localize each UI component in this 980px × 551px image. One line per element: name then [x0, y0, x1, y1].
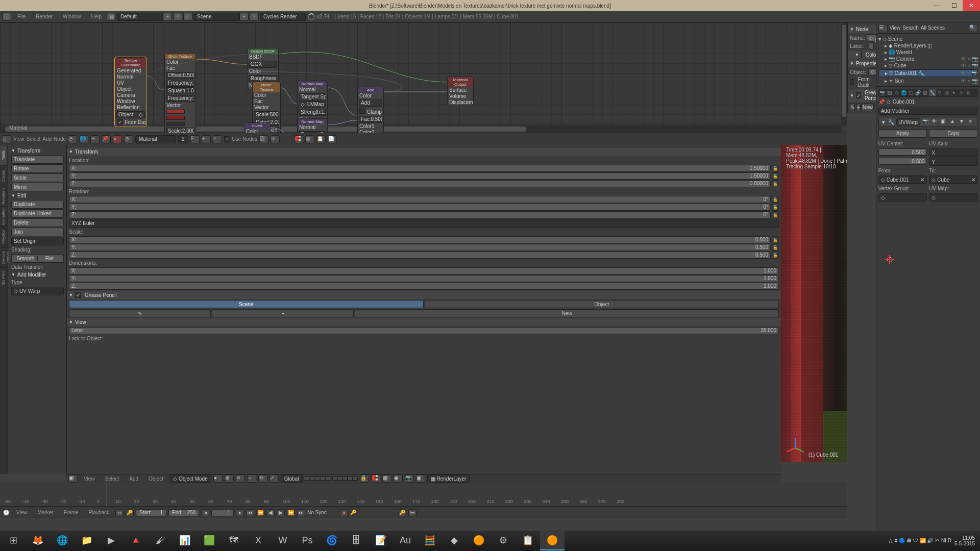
- menu-render[interactable]: Render: [31, 13, 58, 20]
- outliner-item[interactable]: ▸▽Cube👁 ▿ 📷: [878, 62, 978, 69]
- taskbar-app[interactable]: 🌀: [320, 531, 344, 550]
- start-frame[interactable]: Start:1: [136, 509, 166, 516]
- close-button[interactable]: ✕: [963, 0, 980, 11]
- nh-mat-icon[interactable]: ◔: [124, 135, 133, 143]
- from-dupli-chk[interactable]: [850, 79, 854, 85]
- snap-toggle[interactable]: 🧲: [371, 474, 380, 483]
- nh-view[interactable]: View: [13, 136, 24, 142]
- manip-t[interactable]: ↔: [247, 474, 256, 483]
- mod-remove[interactable]: ✕: [968, 118, 975, 126]
- manipulator[interactable]: ⤧: [236, 474, 245, 483]
- taskbar-app[interactable]: 📁: [75, 531, 99, 550]
- properties-tabs[interactable]: 📷🖼◇🌐▢🔗⛓🔧▽◔✦⚛⧉: [878, 89, 978, 97]
- taskbar-app[interactable]: 📋: [516, 531, 540, 550]
- uvaxis-x[interactable]: X: [929, 148, 978, 157]
- out-search[interactable]: Search: [902, 25, 919, 31]
- pivot[interactable]: ⊕: [225, 474, 234, 483]
- node-texture-coordinate[interactable]: Texture Coordinate Generated Normal UV O…: [115, 57, 146, 127]
- nh-tree-2[interactable]: 🌐: [79, 135, 88, 143]
- tl-range[interactable]: ⇔: [115, 509, 124, 516]
- nh-users[interactable]: 2: [178, 135, 188, 143]
- gp-panel-header[interactable]: ✓Grease Pencil: [848, 89, 876, 102]
- 3d-viewport[interactable]: Time:00:08.74 | Mem:48.82M, Peak:48.82M …: [781, 145, 847, 462]
- layout-icon[interactable]: ▦: [107, 13, 116, 21]
- np-view[interactable]: View: [67, 318, 781, 326]
- taskbar-app[interactable]: 🦊: [26, 531, 50, 550]
- dim-x[interactable]: X:1.000: [69, 267, 779, 274]
- manip-r[interactable]: ⟲: [258, 474, 267, 483]
- vgroup-field[interactable]: ◇: [878, 193, 927, 202]
- manip-s[interactable]: ⤢: [270, 474, 279, 483]
- system-tray[interactable]: △ ⧗ 🔵 🖶 🛡 📶 🔊 🏳 NLD 11:055-5-2015: [885, 535, 979, 546]
- play-fwd[interactable]: ▶: [277, 509, 285, 516]
- out-filter[interactable]: All Scenes: [921, 25, 967, 31]
- end-frame[interactable]: End:250: [168, 509, 199, 516]
- clock[interactable]: 11:055-5-2015: [954, 535, 975, 546]
- gp2-add[interactable]: +: [856, 103, 861, 111]
- taskbar-app[interactable]: 🌐: [50, 531, 75, 550]
- menu-file[interactable]: File: [12, 13, 31, 20]
- editor-type-icon[interactable]: ⓘ: [2, 13, 11, 21]
- layout-del[interactable]: ×: [173, 13, 182, 21]
- taskbar-app[interactable]: 🟠: [467, 531, 491, 550]
- rec-btn[interactable]: ●: [340, 509, 348, 516]
- tl-view[interactable]: View: [12, 509, 32, 516]
- add-modifier-header[interactable]: Add Modifier: [11, 271, 64, 279]
- vh-add[interactable]: Add: [125, 475, 142, 483]
- gp2-new[interactable]: New: [862, 103, 874, 111]
- join-button[interactable]: Join: [11, 228, 64, 236]
- mod-edit-toggle[interactable]: ▣: [941, 118, 948, 126]
- outliner-item[interactable]: ▸☀Sun👁 ▿ 📷: [878, 78, 978, 84]
- transform-header[interactable]: Transform: [11, 147, 64, 155]
- taskbar-app[interactable]: 🟠: [540, 531, 565, 550]
- keying-set[interactable]: 🔑: [350, 510, 396, 515]
- tab-anim[interactable]: Animation: [0, 206, 7, 227]
- duplicate-linked-button[interactable]: Duplicate Linked: [11, 209, 64, 218]
- taskbar-app[interactable]: Au: [393, 531, 418, 550]
- layers[interactable]: [305, 477, 358, 481]
- search-icon[interactable]: 🔍: [969, 24, 978, 32]
- taskbar-app[interactable]: 🗄: [344, 531, 369, 550]
- duplicate-button[interactable]: Duplicate: [11, 200, 64, 209]
- nh-pin[interactable]: 📌: [102, 135, 111, 143]
- gp-scene-btn[interactable]: Scene: [69, 300, 424, 308]
- outliner-tree[interactable]: ▾◇Scene▸◆RenderLayers ◫▸🌐Wereld▸📷Camera👁…: [876, 34, 980, 86]
- gp-object-btn[interactable]: Object: [425, 300, 779, 308]
- play-start[interactable]: ⏮: [246, 509, 254, 516]
- menu-window[interactable]: Window: [58, 13, 86, 20]
- modifier-tab[interactable]: 🔧: [929, 89, 936, 96]
- scene-selector[interactable]: Scene: [193, 13, 239, 21]
- nh-material-name[interactable]: Material: [135, 135, 176, 143]
- nh-del-mat[interactable]: ×: [213, 135, 222, 143]
- mod-view-toggle[interactable]: 👁: [932, 118, 939, 126]
- tl-frame[interactable]: Frame: [60, 509, 83, 516]
- scale-y[interactable]: Y:0.500: [69, 244, 771, 251]
- snap-el[interactable]: ▦: [382, 474, 391, 483]
- vh-select[interactable]: Select: [101, 475, 124, 483]
- nh-add[interactable]: Add: [42, 136, 52, 142]
- tab-gp[interactable]: Grease Pencil: [0, 247, 11, 267]
- loc-z[interactable]: Z:0.00000: [69, 180, 771, 187]
- obj-field[interactable]: ◇: [868, 68, 876, 76]
- nh-auto[interactable]: ⟳: [271, 135, 280, 143]
- to-object[interactable]: ◇ Cube✕: [929, 176, 978, 184]
- apply-button[interactable]: Apply: [878, 129, 927, 138]
- engine-selector[interactable]: Cycles Render: [260, 13, 306, 21]
- lens-field[interactable]: Lens:35.000: [69, 327, 779, 334]
- minimize-button[interactable]: —: [928, 0, 945, 11]
- uvaxis-y[interactable]: Y: [929, 158, 978, 166]
- tab-tools[interactable]: Tools: [0, 145, 7, 165]
- nh-copy[interactable]: 📋: [316, 135, 326, 143]
- tab-3dprint[interactable]: 3D Print: [0, 267, 7, 288]
- taskbar-app[interactable]: 🧮: [418, 531, 442, 550]
- current-frame[interactable]: 1: [211, 509, 234, 516]
- editor-type-timeline[interactable]: 🕐: [2, 509, 10, 516]
- layout-add[interactable]: +: [163, 13, 172, 21]
- lock-icon[interactable]: 🔓: [772, 165, 779, 172]
- translate-button[interactable]: Translate: [11, 155, 64, 164]
- scale-x[interactable]: X:0.500: [69, 236, 771, 243]
- np-transform[interactable]: Transform: [67, 148, 781, 156]
- taskbar-app[interactable]: 📝: [369, 531, 393, 550]
- outliner-item[interactable]: ▸▽Cube.001 🔧👁 ▿ 📷: [878, 69, 978, 77]
- shading-mode[interactable]: ●: [213, 474, 223, 483]
